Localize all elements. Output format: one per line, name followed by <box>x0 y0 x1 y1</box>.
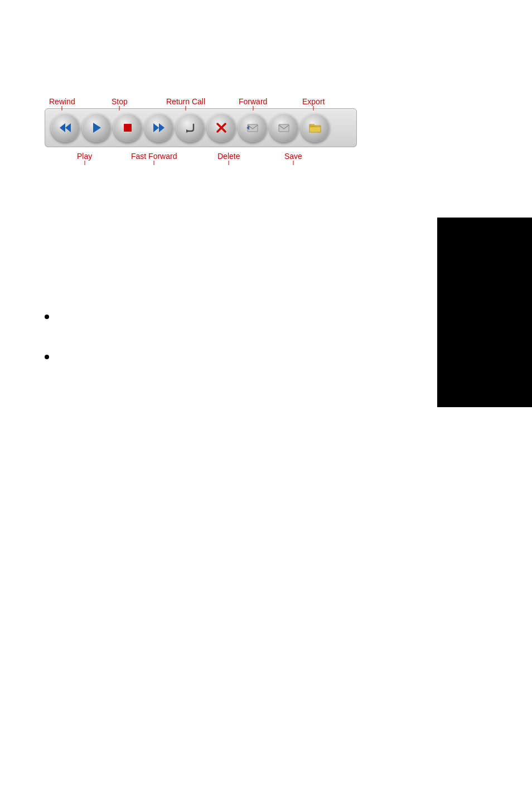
label-return-call: Return Call <box>166 97 205 106</box>
forward-button[interactable] <box>238 113 267 142</box>
svg-marker-1 <box>65 123 71 132</box>
delete-button[interactable] <box>207 113 236 142</box>
list-item <box>45 312 55 319</box>
rewind-button[interactable] <box>51 113 80 142</box>
labels-below: Play Fast Forward Delete Save <box>45 149 357 172</box>
button-strip <box>45 108 357 147</box>
svg-rect-11 <box>279 124 289 132</box>
svg-rect-3 <box>124 124 132 132</box>
svg-marker-6 <box>186 129 190 133</box>
svg-marker-5 <box>159 123 165 132</box>
label-rewind: Rewind <box>49 97 75 106</box>
list-item <box>45 353 55 359</box>
save-button[interactable] <box>269 113 298 142</box>
stop-button[interactable] <box>113 113 142 142</box>
label-play: Play <box>77 152 92 161</box>
bullet-dot <box>45 355 49 359</box>
label-forward: Forward <box>239 97 267 106</box>
return-call-button[interactable] <box>176 113 205 142</box>
svg-marker-2 <box>93 123 101 133</box>
export-button[interactable] <box>301 113 330 142</box>
label-delete: Delete <box>217 152 240 161</box>
label-save: Save <box>284 152 302 161</box>
toolbar-container: Rewind Stop Return Call Forward Export <box>45 73 357 172</box>
svg-marker-4 <box>153 123 159 132</box>
black-rectangle <box>437 218 532 407</box>
play-button[interactable] <box>82 113 111 142</box>
label-fast-forward: Fast Forward <box>131 152 177 161</box>
labels-above: Rewind Stop Return Call Forward Export <box>45 73 357 106</box>
bullet-dot <box>45 315 49 319</box>
fast-forward-button[interactable] <box>144 113 173 142</box>
label-export: Export <box>302 97 325 106</box>
svg-marker-0 <box>60 123 65 132</box>
label-stop: Stop <box>112 97 128 106</box>
bullet-list <box>45 312 55 393</box>
